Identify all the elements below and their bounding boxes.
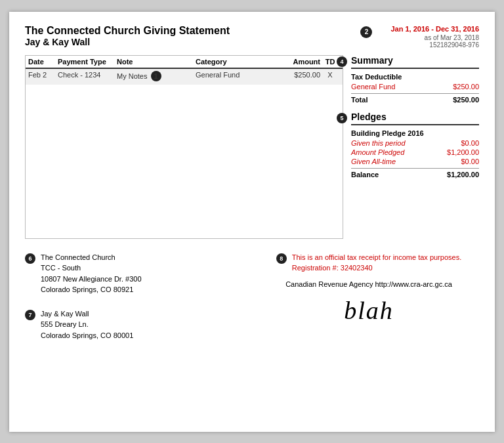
pledge-row-2: Amount Pledged $1,200.00 — [351, 148, 479, 156]
org-name: The Connected Church — [41, 252, 245, 263]
cra-link: Canadian Revenue Agency http://www.cra-a… — [285, 280, 452, 288]
badge-8: 8 — [276, 253, 287, 264]
badge-5: 5 — [337, 113, 347, 123]
row-category: General Fund — [196, 71, 274, 83]
summary-value: $250.00 — [453, 83, 479, 91]
document-title: The Connected Church Giving Statement — [25, 25, 230, 37]
pledge-label-2: Amount Pledged — [351, 148, 404, 156]
signature: blah — [344, 296, 394, 325]
main-content: Date Payment Type Note Category Amount T… — [25, 55, 479, 239]
pledges-title: 5 Pledges — [351, 112, 479, 125]
summary-label: General Fund — [351, 83, 395, 91]
pledge-balance-label: Balance — [351, 171, 379, 179]
org-address: 6 The Connected Church TCC - South 10807… — [25, 252, 245, 295]
org-line2: TCC - South — [41, 263, 245, 274]
badge-6: 6 — [25, 253, 35, 264]
footer-right: 8 This is an official tax receipt for in… — [259, 252, 479, 341]
summary-subtitle: Tax Deductible — [351, 73, 479, 81]
summary-line-item: General Fund $250.00 — [351, 83, 479, 91]
recipient-name: Jay & Kay Wall — [41, 308, 245, 320]
page: The Connected Church Giving Statement Ja… — [9, 12, 495, 432]
col-note: Note — [117, 58, 196, 66]
recipient-line3: Colorado Springs, CO 80001 — [41, 330, 245, 341]
header: The Connected Church Giving Statement Ja… — [25, 25, 479, 49]
table-row: Feb 2 Check - 1234 My Notes 1 General Fu… — [26, 69, 343, 85]
as-of-date: as of Mar 23, 2018 — [375, 34, 479, 41]
pledge-label-1: Given this period — [351, 139, 406, 147]
pledge-label-3: Given All-time — [351, 158, 396, 165]
tax-line2: Registration #: 32402340 — [292, 263, 461, 274]
header-right: 2 Jan 1, 2016 - Dec 31, 2016 as of Mar 2… — [375, 25, 479, 49]
row-date: Feb 2 — [28, 71, 58, 83]
pledge-row-1: Given this period $0.00 — [351, 139, 479, 147]
summary-total: Total $250.00 — [351, 93, 479, 104]
badge-7: 7 — [25, 310, 35, 320]
date-range-text: Jan 1, 2016 - Dec 31, 2016 — [390, 25, 479, 33]
tax-notice: 8 This is an official tax receipt for in… — [276, 252, 461, 274]
row-payment-type: Check - 1234 — [58, 71, 117, 83]
badge-4: 4 — [337, 56, 347, 67]
pledge-value-3: $0.00 — [461, 158, 479, 165]
col-category: Category — [196, 58, 274, 66]
donor-name: Jay & Kay Wall — [25, 37, 230, 47]
transactions-table: Date Payment Type Note Category Amount T… — [25, 55, 343, 239]
summary-total-value: $250.00 — [453, 96, 479, 104]
pledge-row-3: Given All-time $0.00 — [351, 158, 479, 165]
org-line3: 10807 New Allegiance Dr. #300 — [41, 274, 245, 285]
summary-section: 4 Summary Tax Deductible General Fund $2… — [351, 55, 479, 239]
pledge-total: Balance $1,200.00 — [351, 168, 479, 179]
summary-title: 4 Summary — [351, 55, 479, 69]
pledge-value-1: $0.00 — [461, 139, 479, 147]
summary-total-label: Total — [351, 96, 368, 104]
header-title: The Connected Church Giving Statement Ja… — [25, 25, 230, 47]
pledge-name: Building Pledge 2016 — [351, 129, 479, 137]
col-date: Date — [28, 58, 58, 66]
col-payment-type: Payment Type — [58, 58, 117, 66]
note-text: My Notes — [117, 72, 147, 80]
footer-left: 6 The Connected Church TCC - South 10807… — [25, 252, 245, 341]
pledge-value-2: $1,200.00 — [447, 148, 479, 156]
badge-2: 2 — [360, 26, 372, 38]
date-range: 2 Jan 1, 2016 - Dec 31, 2016 — [375, 25, 479, 33]
footer: 6 The Connected Church TCC - South 10807… — [25, 252, 479, 341]
tax-line1: This is an official tax receipt for inco… — [292, 252, 461, 263]
row-td: X — [320, 71, 340, 83]
pledges-section: 5 Pledges Building Pledge 2016 Given thi… — [351, 112, 479, 179]
row-note: My Notes 1 — [117, 71, 196, 83]
recipient-address: 7 Jay & Kay Wall 555 Dreary Ln. Colorado… — [25, 308, 245, 341]
table-header: Date Payment Type Note Category Amount T… — [26, 56, 343, 69]
receipt-number: 1521829048-976 — [375, 41, 479, 49]
pledge-balance-value: $1,200.00 — [447, 171, 479, 179]
recipient-line2: 555 Dreary Ln. — [41, 319, 245, 330]
row-amount: $250.00 — [274, 71, 320, 83]
badge-1: 1 — [151, 71, 161, 81]
org-line4: Colorado Springs, CO 80921 — [41, 284, 245, 295]
col-amount: Amount — [274, 58, 320, 66]
